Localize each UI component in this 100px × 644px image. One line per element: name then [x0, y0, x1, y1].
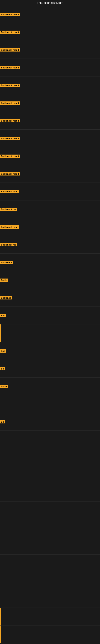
- bottleneck-badge: Bottleneck resu: [0, 226, 19, 228]
- table-row: [0, 590, 100, 608]
- table-row: Bottleneck resu: [0, 218, 100, 236]
- table-row: [0, 324, 100, 342]
- table-row: [0, 626, 100, 643]
- table-row: Bottle: [0, 271, 100, 289]
- table-row: Bottlenec: [0, 289, 100, 307]
- table-row: [0, 572, 100, 590]
- table-row: Bottleneck result: [0, 130, 100, 147]
- table-row: Bot: [0, 307, 100, 324]
- bottleneck-badge: Bottleneck result: [0, 30, 20, 34]
- table-row: Bot: [0, 342, 100, 360]
- table-row: Bottleneck resu: [0, 183, 100, 200]
- bottleneck-badge: Bot: [0, 314, 6, 317]
- table-row: Bottleneck result: [0, 23, 100, 41]
- table-row: Bottleneck result: [0, 165, 100, 183]
- table-row: Bottleneck result: [0, 6, 100, 23]
- bottleneck-badge: Bo: [0, 367, 5, 370]
- page-wrapper: TheBottlenecker.com Bottleneck resultBot…: [0, 0, 100, 644]
- table-row: Bottleneck result: [0, 112, 100, 130]
- bottleneck-badge: Bottleneck result: [0, 119, 20, 122]
- bottleneck-badge: Bottleneck resu: [0, 190, 19, 193]
- bottleneck-badge: Bottleneck result: [0, 66, 20, 69]
- bottleneck-badge: Bottleneck res: [0, 243, 17, 246]
- bottleneck-badge: Bottle: [0, 278, 8, 282]
- table-row: [0, 537, 100, 555]
- table-row: Bottleneck result: [0, 41, 100, 59]
- vertical-line: [0, 324, 1, 342]
- bottleneck-badge: Bottleneck: [0, 261, 13, 264]
- table-row: Bottle: [0, 378, 100, 395]
- table-row: Bottleneck: [0, 254, 100, 271]
- bottleneck-badge: Bottleneck result: [0, 102, 20, 105]
- table-row: Bottleneck result: [0, 76, 100, 94]
- bottleneck-badge: Bottleneck res: [0, 208, 17, 211]
- table-row: [0, 466, 100, 484]
- bottleneck-badge: Bo: [0, 420, 5, 424]
- bottleneck-badge: Bottle: [0, 385, 8, 388]
- table-row: Bottleneck res: [0, 236, 100, 254]
- bottleneck-badge: Bottleneck result: [0, 154, 20, 158]
- site-title: TheBottlenecker.com: [0, 0, 100, 6]
- table-row: [0, 502, 100, 519]
- table-row: Bottleneck result: [0, 147, 100, 165]
- vertical-line: [0, 608, 1, 625]
- table-row: [0, 431, 100, 448]
- bottleneck-badge: Bottleneck result: [0, 137, 20, 140]
- bottleneck-badge: Bottleneck result: [0, 13, 20, 16]
- vertical-line: [0, 626, 1, 643]
- table-row: Bo: [0, 413, 100, 431]
- bottleneck-badge: Bottleneck result: [0, 172, 20, 176]
- bottleneck-badge: Bot: [0, 349, 6, 352]
- table-row: [0, 484, 100, 502]
- table-row: [0, 608, 100, 626]
- table-row: [0, 555, 100, 572]
- rows-container: Bottleneck resultBottleneck resultBottle…: [0, 6, 100, 643]
- bottleneck-badge: Bottleneck result: [0, 84, 20, 87]
- table-row: [0, 448, 100, 466]
- bottleneck-badge: Bottlenec: [0, 296, 12, 300]
- bottleneck-badge: Bottleneck result: [0, 48, 20, 52]
- table-row: [0, 395, 100, 413]
- table-row: Bottleneck res: [0, 200, 100, 218]
- table-row: Bo: [0, 360, 100, 378]
- table-row: Bottleneck result: [0, 59, 100, 76]
- table-row: [0, 519, 100, 537]
- table-row: Bottleneck result: [0, 94, 100, 112]
